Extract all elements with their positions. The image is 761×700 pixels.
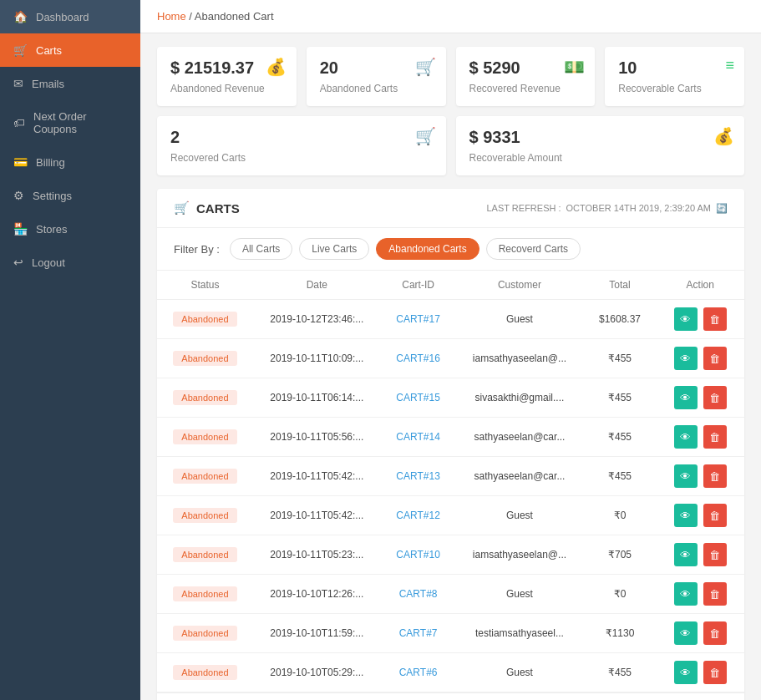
sidebar-item-dashboard[interactable]: 🏠 Dashboard (0, 0, 140, 33)
status-badge: Abandoned (173, 547, 236, 562)
cell-total: $1608.37 (583, 300, 656, 339)
cart-id-link[interactable]: CART#16 (396, 353, 439, 364)
filter-all-carts[interactable]: All Carts (230, 238, 292, 260)
cell-cart-id: CART#14 (381, 418, 456, 457)
cell-customer: testiamsathyaseel... (455, 614, 583, 653)
col-action: Action (657, 271, 744, 300)
stat-card-abandoned-revenue: 💰 $ 21519.37 Abandoned Revenue (157, 47, 297, 106)
recoverable-carts-value: 10 (618, 58, 731, 78)
cart-id-link[interactable]: CART#7 (399, 627, 438, 639)
abandoned-carts-label: Abandoned Carts (320, 83, 433, 94)
cart-id-link[interactable]: CART#8 (399, 588, 438, 600)
main-content: Home / Abandoned Cart 💰 $ 21519.37 Aband… (140, 0, 761, 700)
cart-id-link[interactable]: CART#12 (396, 510, 439, 521)
view-button[interactable]: 👁 (674, 425, 698, 449)
sidebar-item-label: Carts (36, 44, 62, 57)
cell-total: ₹455 (583, 339, 656, 378)
delete-button[interactable]: 🗑 (703, 464, 727, 488)
breadcrumb: Home / Abandoned Cart (140, 0, 761, 33)
sidebar-item-emails[interactable]: ✉ Emails (0, 67, 140, 100)
cell-action: 👁 🗑 (657, 614, 744, 653)
delete-button[interactable]: 🗑 (703, 582, 727, 606)
abandoned-revenue-label: Abandoned Revenue (170, 83, 283, 94)
delete-button[interactable]: 🗑 (703, 347, 727, 370)
cell-customer: Guest (455, 300, 583, 339)
breadcrumb-home[interactable]: Home (157, 10, 186, 23)
cart-id-link[interactable]: CART#15 (396, 392, 439, 403)
view-button[interactable]: 👁 (674, 621, 698, 645)
carts-title-text: CARTS (196, 201, 240, 216)
sidebar-item-label: Emails (32, 78, 64, 90)
view-button[interactable]: 👁 (674, 347, 698, 370)
delete-button[interactable]: 🗑 (703, 386, 727, 409)
table-row: Abandoned 2019-10-10T05:29:... CART#6 Gu… (157, 653, 744, 692)
view-button[interactable]: 👁 (674, 661, 698, 684)
refresh-icon[interactable]: 🔄 (716, 203, 728, 214)
sidebar-item-label: Dashboard (36, 11, 89, 23)
carts-header: 🛒 CARTS LAST REFRESH : OCTOBER 14TH 2019… (157, 189, 744, 228)
delete-button[interactable]: 🗑 (703, 543, 727, 566)
cell-customer: Guest (455, 575, 583, 614)
cell-status: Abandoned (157, 496, 253, 535)
cart-id-link[interactable]: CART#10 (396, 549, 439, 561)
cell-status: Abandoned (157, 535, 253, 575)
cell-action: 👁 🗑 (657, 653, 744, 692)
coupons-icon: 🏷 (13, 116, 25, 129)
view-button[interactable]: 👁 (674, 386, 698, 409)
cell-customer: Guest (455, 496, 583, 535)
sidebar-item-logout[interactable]: ↩ Logout (0, 246, 140, 279)
cell-action: 👁 🗑 (657, 339, 744, 378)
sidebar-item-next-order-coupons[interactable]: 🏷 Next Order Coupons (0, 100, 140, 145)
cell-date: 2019-10-11T05:23:... (253, 535, 381, 575)
cell-date: 2019-10-10T05:29:... (253, 653, 381, 692)
filter-abandoned-carts[interactable]: Abandoned Carts (376, 238, 479, 260)
cell-customer: Guest (455, 653, 583, 692)
delete-button[interactable]: 🗑 (703, 504, 727, 527)
cart-table: Status Date Cart-ID Customer Total Actio… (157, 271, 744, 692)
filter-recovered-carts[interactable]: Recoverd Carts (486, 238, 581, 260)
view-button[interactable]: 👁 (674, 582, 698, 606)
cell-date: 2019-10-11T05:42:... (253, 496, 381, 535)
cell-date: 2019-10-12T23:46:... (253, 300, 381, 339)
carts-cart-icon: 🛒 (174, 200, 190, 216)
sidebar-item-label: Settings (33, 190, 72, 202)
delete-button[interactable]: 🗑 (703, 307, 727, 331)
sidebar-item-carts[interactable]: 🛒 Carts (0, 33, 140, 67)
status-badge: Abandoned (173, 429, 236, 444)
cell-status: Abandoned (157, 575, 253, 614)
table-row: Abandoned 2019-10-11T05:42:... CART#13 s… (157, 457, 744, 496)
delete-button[interactable]: 🗑 (703, 425, 727, 449)
cart-id-link[interactable]: CART#17 (396, 313, 439, 325)
sidebar-item-stores[interactable]: 🏪 Stores (0, 212, 140, 246)
stores-icon: 🏪 (13, 222, 28, 236)
cart-id-link[interactable]: CART#14 (396, 431, 439, 443)
recovered-revenue-icon: 💵 (564, 57, 585, 77)
filter-live-carts[interactable]: Live Carts (299, 238, 369, 260)
cell-total: ₹455 (583, 378, 656, 418)
cell-date: 2019-10-11T05:56:... (253, 418, 381, 457)
last-refresh-value: OCTOBER 14TH 2019, 2:39:20 AM (566, 203, 711, 213)
recoverable-carts-icon: ≡ (725, 57, 734, 74)
cart-id-link[interactable]: CART#6 (399, 667, 438, 678)
cell-cart-id: CART#7 (381, 614, 456, 653)
delete-button[interactable]: 🗑 (703, 621, 727, 645)
cell-customer: sivasakthi@gmail.... (455, 378, 583, 418)
carts-icon: 🛒 (13, 43, 28, 57)
view-button[interactable]: 👁 (674, 464, 698, 488)
cell-status: Abandoned (157, 339, 253, 378)
sidebar-item-settings[interactable]: ⚙ Settings (0, 179, 140, 212)
view-button[interactable]: 👁 (674, 504, 698, 527)
cell-total: ₹455 (583, 418, 656, 457)
status-badge: Abandoned (173, 469, 236, 484)
cell-total: ₹0 (583, 575, 656, 614)
cell-cart-id: CART#8 (381, 575, 456, 614)
sidebar-item-billing[interactable]: 💳 Billing (0, 145, 140, 179)
cart-id-link[interactable]: CART#13 (396, 470, 439, 482)
cell-total: ₹705 (583, 535, 656, 575)
col-total: Total (583, 271, 656, 300)
status-badge: Abandoned (173, 312, 236, 327)
stats-grid: 💰 $ 21519.37 Abandoned Revenue 🛒 20 Aban… (140, 33, 761, 189)
view-button[interactable]: 👁 (674, 543, 698, 566)
delete-button[interactable]: 🗑 (703, 661, 727, 684)
view-button[interactable]: 👁 (674, 307, 698, 331)
